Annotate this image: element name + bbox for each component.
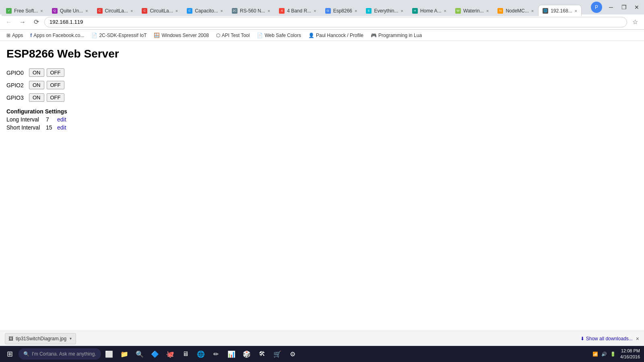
tab-7[interactable]: 4 4 Band R... × <box>275 5 320 16</box>
close-button[interactable]: ✕ <box>631 2 642 13</box>
short-interval-edit-link[interactable]: edit <box>57 124 66 131</box>
gpio2-on-button[interactable]: ON <box>29 81 44 89</box>
page-title: ESP8266 Web Server <box>6 47 638 60</box>
tab-2-label: Quite Un... <box>60 8 83 14</box>
tab-1[interactable]: ✓ Free Soft... × <box>2 5 47 16</box>
cortana-button[interactable]: 🔍 <box>132 347 147 361</box>
config-long-interval-row: Long Interval 7 edit <box>6 116 638 123</box>
tab-8[interactable]: G Esp8266 × <box>321 5 362 16</box>
tab-3-close[interactable]: × <box>130 8 133 13</box>
tab-6[interactable]: 2C RS-560 N... × <box>227 5 275 16</box>
tab-8-favicon: G <box>325 8 331 14</box>
gpio0-on-button[interactable]: ON <box>29 68 44 77</box>
app10-button[interactable]: 🎲 <box>239 347 254 361</box>
app9-button[interactable]: 📊 <box>224 347 239 361</box>
download-bar-close-button[interactable]: × <box>636 335 639 342</box>
vs-button[interactable]: 🔷 <box>148 347 162 361</box>
tab-2[interactable]: Q Quite Un... × <box>47 5 93 16</box>
address-bar[interactable]: 192.168.1.119 <box>44 17 627 27</box>
chrome-button[interactable]: 🌐 <box>194 347 208 361</box>
bookmark-windows-server[interactable]: 🪟 Windows Server 2008 <box>151 32 212 39</box>
tab-13[interactable]: 🌐 192.168... × <box>538 5 582 16</box>
gpio0-off-button[interactable]: OFF <box>47 68 64 77</box>
tab-1-close[interactable]: × <box>40 8 43 13</box>
bookmark-espressif-label: 2C-SDK-Espressif IoT <box>99 33 147 38</box>
gpio2-off-button[interactable]: OFF <box>47 81 64 89</box>
bookmark-lua[interactable]: 🎮 Programming in Lua <box>367 32 425 39</box>
tab-5-favicon: C <box>187 8 192 14</box>
restore-button[interactable]: ❐ <box>618 2 630 13</box>
settings-button[interactable]: ⚙ <box>285 347 300 361</box>
tab-1-label: Free Soft... <box>14 8 38 14</box>
facebook-icon: f <box>30 33 32 38</box>
tab-2-favicon: Q <box>52 8 58 14</box>
bookmark-facebook-apps[interactable]: f Apps on Facebook.co... <box>27 32 87 39</box>
bookmark-star-button[interactable]: ☆ <box>630 16 641 28</box>
tab-13-close[interactable]: × <box>575 8 577 13</box>
gpio3-label: GPIO3 <box>6 95 27 101</box>
tab-5-close[interactable]: × <box>221 8 223 13</box>
app6-button[interactable]: 🖥 <box>178 347 193 361</box>
tab-9-close[interactable]: × <box>400 8 403 13</box>
task-view-button[interactable]: ⬜ <box>102 347 116 361</box>
start-button[interactable]: ⊞ <box>2 346 18 362</box>
app11-button[interactable]: 🛠 <box>255 347 269 361</box>
tab-10-label: Home A... <box>420 8 442 14</box>
download-item[interactable]: 🖼 tip31SwitchDiagram.jpg ▾ <box>5 333 76 344</box>
tab-4[interactable]: C CircuitLa... × <box>137 5 182 16</box>
tab-8-close[interactable]: × <box>355 8 357 13</box>
taskbar-system-tray: 📶 🔊 🔋 12:08 PM 4/16/2016 <box>591 348 642 360</box>
tab-9-label: Everythin... <box>374 8 398 14</box>
profile-icon: 👤 <box>308 33 314 38</box>
taskbar: ⊞ 🔍 I'm Cortana. Ask me anything. ⬜ 📁 🔍 … <box>0 346 644 362</box>
taskbar-search[interactable]: 🔍 I'm Cortana. Ask me anything. <box>19 348 101 360</box>
tab-12[interactable]: N NodeMC... × <box>493 5 538 16</box>
tab-10[interactable]: H Home A... × <box>408 5 451 16</box>
api-icon: ⬡ <box>216 33 220 38</box>
tab-11-label: Waterin... <box>463 8 484 14</box>
tab-4-close[interactable]: × <box>175 8 178 13</box>
bookmark-profile[interactable]: 👤 Paul Hancock / Profile <box>305 32 367 39</box>
config-section: Configuration Settings Long Interval 7 e… <box>6 108 638 131</box>
tab-5[interactable]: C Capacito... × <box>182 5 227 16</box>
tab-9[interactable]: E Everythin... × <box>361 5 407 16</box>
download-chevron-icon[interactable]: ▾ <box>69 336 72 341</box>
tab-7-favicon: 4 <box>279 8 285 14</box>
reload-button[interactable]: ⟳ <box>31 16 42 28</box>
bookmark-api-label: API Test Tool <box>222 33 250 38</box>
tab-10-close[interactable]: × <box>444 8 446 13</box>
short-interval-value: 15 <box>46 124 54 131</box>
tab-8-label: Esp8266 <box>333 8 352 14</box>
tab-5-label: Capacito... <box>195 8 218 14</box>
gpio3-off-button[interactable]: OFF <box>47 93 64 102</box>
tab-7-close[interactable]: × <box>314 8 316 13</box>
tab-3[interactable]: C CircuitLa... × <box>93 5 138 16</box>
forward-button[interactable]: → <box>17 16 28 28</box>
tab-11-close[interactable]: × <box>486 8 489 13</box>
bookmark-apps[interactable]: ⊞ Apps <box>3 32 26 39</box>
gpio2-row: GPIO2 ON OFF <box>6 81 638 89</box>
config-title: Configuration Settings <box>6 108 638 115</box>
taskbar-clock: 12:08 PM 4/16/2016 <box>618 348 642 360</box>
show-all-downloads-link[interactable]: ⬇ Show all downloads... <box>580 336 633 341</box>
bookmark-espressif[interactable]: 📄 2C-SDK-Espressif IoT <box>88 32 150 39</box>
store-button[interactable]: 🛒 <box>270 347 285 361</box>
long-interval-edit-link[interactable]: edit <box>57 116 66 123</box>
file-explorer-button[interactable]: 📁 <box>117 347 132 361</box>
user-profile-icon[interactable]: P <box>591 2 602 13</box>
tab-2-close[interactable]: × <box>85 8 88 13</box>
app8-button[interactable]: ✏ <box>209 347 223 361</box>
gpio3-on-button[interactable]: ON <box>29 93 44 102</box>
download-arrow-icon: ⬇ <box>580 336 584 341</box>
bookmark-api-test[interactable]: ⬡ API Test Tool <box>213 32 253 39</box>
tab-12-close[interactable]: × <box>531 8 534 13</box>
search-icon: 🔍 <box>23 351 29 357</box>
git-button[interactable]: 🐙 <box>163 347 178 361</box>
minimize-button[interactable]: ─ <box>605 2 617 13</box>
tab-6-close[interactable]: × <box>268 8 270 13</box>
bookmark-web-safe-label: Web Safe Colors <box>264 33 301 38</box>
tab-13-favicon: 🌐 <box>543 8 548 14</box>
tab-11[interactable]: W Waterin... × <box>451 5 493 16</box>
back-button[interactable]: ← <box>3 16 14 28</box>
bookmark-web-safe-colors[interactable]: 📄 Web Safe Colors <box>254 32 304 39</box>
